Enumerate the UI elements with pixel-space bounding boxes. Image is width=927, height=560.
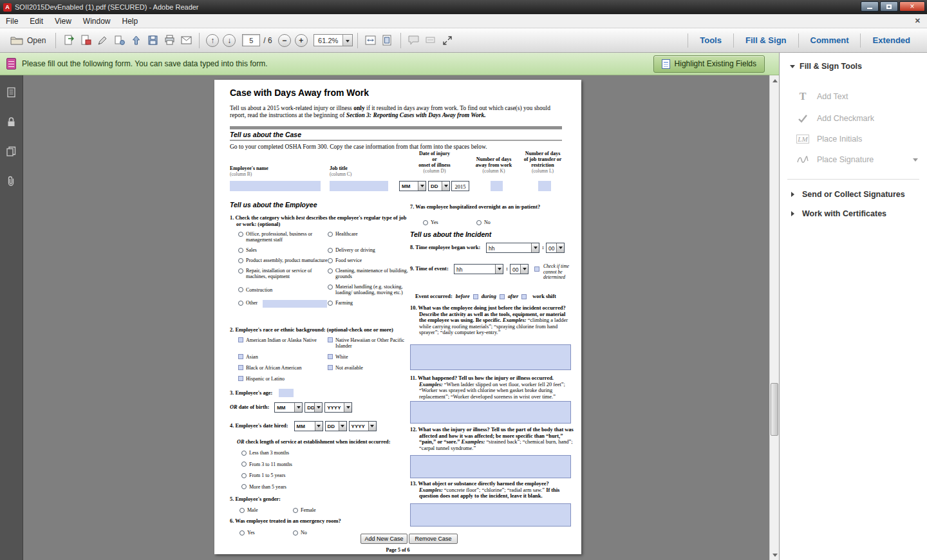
menubar-close-icon[interactable]: ✕ — [908, 17, 927, 25]
dropdown-arrow-icon[interactable] — [315, 422, 323, 431]
radio-button[interactable] — [328, 258, 333, 263]
dropdown-arrow-icon[interactable] — [495, 265, 503, 274]
pages-layers-icon[interactable] — [5, 145, 18, 158]
create-pdf-icon[interactable] — [77, 32, 94, 49]
q1-option-material-handling[interactable]: Material handling (e.g. stocking, loadin… — [328, 284, 412, 295]
fit-width-icon[interactable] — [362, 32, 379, 49]
radio-button[interactable] — [238, 268, 243, 274]
security-lock-icon[interactable] — [5, 115, 18, 128]
q1-option-cleaning[interactable]: Cleaning, maintenance of building, groun… — [328, 268, 412, 279]
radio-button[interactable] — [241, 462, 247, 467]
fullscreen-icon[interactable] — [439, 32, 456, 49]
menu-help[interactable]: Help — [117, 14, 144, 28]
tab-tools[interactable]: Tools — [688, 28, 733, 52]
sign-pen-icon[interactable] — [94, 32, 111, 49]
fit-page-icon[interactable] — [379, 32, 396, 49]
page-number-input[interactable]: 5 — [242, 34, 260, 46]
checkbox[interactable] — [328, 365, 333, 370]
checkbox[interactable] — [328, 337, 333, 342]
q6-option-yes[interactable]: Yes — [239, 530, 293, 536]
export-pdf-icon[interactable] — [61, 32, 77, 49]
highlight-existing-fields-button[interactable]: Highlight Existing Fields — [653, 55, 765, 73]
minimize-button[interactable] — [861, 1, 879, 12]
radio-button[interactable] — [241, 473, 247, 478]
event-minute-dropdown[interactable]: 00 — [510, 264, 529, 274]
radio-button[interactable] — [293, 530, 298, 536]
q2-option-black[interactable]: Black or African American — [238, 365, 328, 371]
maximize-button[interactable] — [880, 1, 898, 12]
radio-button[interactable] — [328, 285, 333, 290]
dob-day-dropdown[interactable]: DD — [304, 402, 323, 413]
event-during-checkbox[interactable] — [500, 294, 505, 299]
place-signature-tool[interactable]: Place Signature — [780, 149, 927, 170]
q10-textarea[interactable] — [410, 344, 571, 370]
q1-option-food-service[interactable]: Food service — [328, 257, 412, 263]
tab-comment[interactable]: Comment — [799, 28, 861, 52]
q1-option-construction[interactable]: Construction — [238, 287, 328, 293]
radio-button[interactable] — [239, 530, 245, 536]
dropdown-arrow-icon[interactable] — [520, 265, 528, 274]
radio-button[interactable] — [293, 508, 298, 513]
q4-option-1-5-years[interactable]: From 1 to 5 years — [241, 472, 292, 478]
dropdown-arrow-icon[interactable] — [344, 403, 351, 412]
zoom-level-select[interactable]: 61.2% — [314, 34, 353, 46]
menu-edit[interactable]: Edit — [24, 14, 49, 28]
radio-button[interactable] — [241, 451, 247, 456]
q13-textarea[interactable] — [410, 503, 571, 527]
close-button[interactable]: × — [899, 1, 925, 12]
vertical-scrollbar[interactable] — [769, 75, 779, 560]
radio-button[interactable] — [241, 484, 247, 489]
panel-header[interactable]: Fill & Sign Tools — [780, 62, 927, 71]
checkbox[interactable] — [238, 365, 243, 370]
q12-textarea[interactable] — [410, 455, 571, 478]
share-file-icon[interactable] — [111, 32, 127, 49]
scroll-up-icon[interactable] — [770, 75, 779, 85]
event-after-checkbox[interactable] — [521, 294, 527, 299]
dropdown-arrow-icon[interactable] — [556, 243, 564, 252]
q5-option-female[interactable]: Female — [293, 507, 346, 513]
q7-option-yes[interactable]: Yes — [423, 219, 476, 225]
injury-day-dropdown[interactable]: DD — [428, 181, 450, 191]
radio-button[interactable] — [238, 301, 243, 306]
radio-button[interactable] — [238, 258, 243, 263]
dob-month-dropdown[interactable]: MM — [274, 402, 303, 413]
next-page-icon[interactable]: ↓ — [223, 34, 236, 47]
q4-option-less-3-months[interactable]: Less than 3 months — [241, 450, 292, 456]
add-checkmark-tool[interactable]: Add Checkmark — [780, 108, 927, 129]
q1-option-assembly[interactable]: Product assembly, product manufacture — [238, 257, 328, 263]
radio-button[interactable] — [328, 301, 333, 306]
q1-option-delivery[interactable]: Delivery or driving — [328, 247, 412, 253]
dropdown-arrow-icon[interactable] — [531, 243, 539, 252]
hired-day-dropdown[interactable]: DD — [325, 421, 347, 431]
dob-year-dropdown[interactable]: YYYY — [324, 402, 352, 413]
hired-year-dropdown[interactable]: YYYY — [349, 421, 377, 431]
days-restriction-input[interactable] — [538, 181, 551, 191]
signature-dropdown-icon[interactable] — [913, 158, 918, 164]
time-undetermined-checkbox[interactable] — [534, 266, 539, 272]
checkbox[interactable] — [238, 376, 243, 381]
page-thumbnails-icon[interactable] — [5, 86, 18, 98]
employee-name-input[interactable] — [230, 181, 321, 191]
q1-option-repair[interactable]: Repair, installation or service of machi… — [238, 268, 328, 279]
q1-option-other[interactable]: Other — [238, 300, 328, 308]
work-with-certificates-section[interactable]: Work with Certificates — [780, 204, 927, 223]
dropdown-arrow-icon[interactable] — [314, 403, 322, 412]
event-hour-dropdown[interactable]: hh — [454, 264, 503, 274]
radio-button[interactable] — [239, 508, 245, 513]
save-icon[interactable] — [144, 32, 161, 49]
radio-button[interactable] — [238, 232, 243, 237]
checkbox[interactable] — [238, 354, 243, 359]
days-away-input[interactable] — [491, 181, 503, 191]
began-work-hour-dropdown[interactable]: hh — [486, 243, 539, 253]
radio-button[interactable] — [328, 232, 333, 237]
zoom-out-icon[interactable]: − — [278, 34, 291, 47]
q2-option-hispanic[interactable]: Hispanic or Latino — [238, 376, 328, 382]
menu-file[interactable]: File — [0, 14, 24, 28]
q6-option-no[interactable]: No — [293, 530, 346, 536]
add-new-case-button[interactable]: Add New Case — [360, 534, 407, 544]
scroll-down-icon[interactable] — [770, 550, 779, 560]
radio-button[interactable] — [238, 248, 243, 253]
send-upload-icon[interactable] — [127, 32, 144, 49]
dropdown-arrow-icon[interactable] — [368, 422, 376, 431]
email-icon[interactable] — [178, 32, 194, 49]
